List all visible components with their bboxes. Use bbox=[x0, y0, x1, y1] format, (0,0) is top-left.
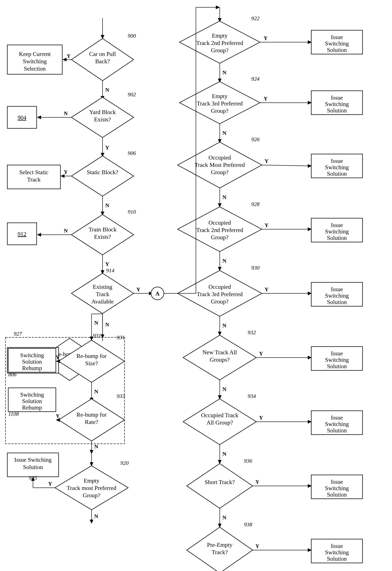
yn-preempty-y: Y bbox=[255, 543, 259, 549]
select-static-label1: Select Static bbox=[19, 169, 48, 176]
svg-marker-55 bbox=[90, 520, 93, 523]
switching-rehump2-label2: Solution bbox=[22, 398, 42, 404]
yn-static-n: N bbox=[105, 202, 109, 208]
yn-short-y: Y bbox=[255, 479, 259, 485]
pre-empty-label1: Pre-Empty bbox=[207, 541, 233, 548]
yn-size-y: Y bbox=[56, 354, 60, 360]
issue-924-label2: Switching bbox=[325, 101, 349, 107]
yn-occ2-n: N bbox=[223, 258, 226, 264]
yn-empty-most-y: Y bbox=[48, 481, 52, 487]
occ-2nd-label1: Occupied bbox=[209, 219, 231, 226]
svg-marker-99 bbox=[218, 460, 221, 464]
issue-934-label1: Issue bbox=[331, 414, 343, 421]
yn-existing-n-fix: N bbox=[94, 320, 98, 326]
static-block-label: Static Block? bbox=[87, 169, 118, 176]
num-928: 928 bbox=[251, 201, 260, 207]
existing-track-label1: Existing bbox=[93, 284, 112, 290]
num-914: 914 bbox=[106, 267, 114, 273]
num-936: 936 bbox=[244, 458, 252, 464]
svg-marker-93 bbox=[218, 395, 221, 399]
yn-static-y: Y bbox=[64, 169, 68, 175]
node-904-label: 904 bbox=[18, 114, 26, 121]
yn-car-n: N bbox=[105, 87, 109, 93]
svg-marker-109 bbox=[308, 549, 311, 552]
svg-marker-17 bbox=[61, 175, 64, 178]
select-static-label2: Track bbox=[27, 176, 41, 183]
yn-occ2-y: Y bbox=[265, 222, 269, 228]
issue-928-label3: Solution bbox=[327, 235, 347, 241]
empty-most-label2: Track most Preferred bbox=[67, 485, 116, 491]
svg-marker-87 bbox=[218, 332, 221, 335]
svg-marker-61 bbox=[308, 41, 311, 44]
switching-rehump2-label1: Switching bbox=[20, 391, 44, 398]
num-900: 900 bbox=[128, 33, 136, 39]
yn-occall-y: Y bbox=[259, 415, 263, 421]
issue-938-label3: Solution bbox=[327, 556, 347, 562]
yn-yard-n: N bbox=[64, 110, 68, 116]
occ-most-label1: Occupied bbox=[209, 154, 231, 161]
yn-newtrack-y: Y bbox=[259, 350, 263, 357]
existing-track-label2: Track bbox=[96, 291, 109, 297]
occ-2nd-label3: Group? bbox=[211, 234, 228, 240]
issue-932-label3: Solution bbox=[327, 363, 347, 370]
svg-marker-100 bbox=[187, 464, 253, 508]
occ-2nd-label2: Track 2nd Preferred bbox=[196, 227, 243, 233]
yn-rate-y: Y bbox=[56, 413, 60, 419]
num-922: 922 bbox=[251, 15, 260, 21]
issue-936-label2: Switching bbox=[325, 485, 349, 491]
yard-block-label1: Yard Block bbox=[89, 109, 116, 115]
yn-car-y: Y bbox=[67, 53, 71, 59]
yn-short-n: N bbox=[223, 514, 226, 520]
num-930: 930 bbox=[251, 265, 260, 271]
occ-most-label2: Track Most Preferred bbox=[195, 162, 245, 168]
issue-938-label1: Issue bbox=[331, 542, 343, 549]
car-pullback-label1: Car on Pull bbox=[89, 51, 116, 57]
num-938: 938 bbox=[244, 521, 252, 527]
empty-most-label1: Empty bbox=[84, 477, 99, 484]
yn-empty2-y: Y bbox=[264, 35, 268, 41]
keep-current-label: Keep Current bbox=[19, 51, 51, 57]
num-806: 806 bbox=[8, 371, 16, 377]
issue-936-label1: Issue bbox=[331, 478, 343, 485]
svg-marker-97 bbox=[308, 420, 311, 423]
pre-empty-label2: Track? bbox=[212, 549, 228, 556]
svg-marker-14 bbox=[71, 156, 134, 196]
empty-2nd-label2: Track 2nd Preferred bbox=[196, 40, 243, 46]
svg-marker-23 bbox=[38, 233, 41, 236]
yn-occmost-y: Y bbox=[265, 158, 269, 164]
issue-934-label3: Solution bbox=[327, 427, 347, 434]
yn-yard-y: Y bbox=[105, 145, 109, 150]
svg-marker-85 bbox=[308, 292, 311, 295]
svg-marker-103 bbox=[308, 484, 311, 487]
keep-current-label3: Selection bbox=[24, 65, 46, 72]
yn-empty2-n: N bbox=[223, 69, 226, 75]
new-track-label2: Groups? bbox=[210, 356, 230, 363]
svg-marker-91 bbox=[308, 356, 311, 359]
yn-train-n: N bbox=[64, 227, 68, 234]
svg-marker-119 bbox=[216, 6, 219, 9]
short-track-label: Short Track? bbox=[205, 479, 235, 485]
num-906: 906 bbox=[128, 150, 136, 156]
issue-left-label2: Solution bbox=[23, 464, 43, 470]
num-926: 926 bbox=[251, 136, 260, 142]
issue-936-label3: Solution bbox=[327, 491, 347, 498]
yn-existing-n: N bbox=[105, 321, 109, 328]
yn-size-n: N bbox=[94, 388, 98, 394]
num-902: 902 bbox=[128, 91, 136, 97]
issue-930-label2: Switching bbox=[325, 292, 349, 299]
yard-block-label2: Exists? bbox=[94, 116, 111, 123]
yn-existing-y: Y bbox=[136, 286, 140, 292]
num-920: 920 bbox=[121, 460, 129, 466]
rehump-size-d1: Re-hump for bbox=[77, 353, 107, 359]
svg-marker-3 bbox=[101, 35, 104, 39]
issue-922-label1: Issue bbox=[331, 34, 343, 40]
existing-track-label3: Available bbox=[91, 298, 114, 305]
svg-marker-67 bbox=[308, 101, 311, 104]
yn-occall-n: N bbox=[223, 451, 226, 457]
num-934: 934 bbox=[248, 393, 256, 399]
num-910: 910 bbox=[128, 209, 136, 215]
switching-rehump1-label2: Solution bbox=[22, 358, 42, 365]
empty-3rd-label3: Group? bbox=[211, 107, 228, 114]
switching-rehump2-label3: Rehump bbox=[22, 404, 42, 411]
yn-empty-most-n: N bbox=[94, 513, 98, 519]
